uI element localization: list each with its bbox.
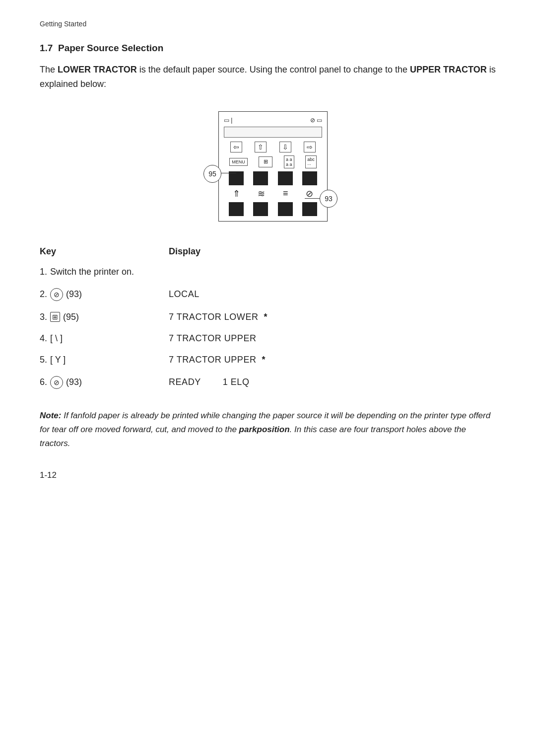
label-93-circle: 93 <box>320 190 337 208</box>
display-cell: LOCAL <box>169 289 496 300</box>
note-section: Note: If fanfold paper is already be pri… <box>40 409 496 451</box>
menu-btn: MENU <box>229 158 248 166</box>
line-95 <box>221 173 236 173</box>
key-cell: 3. ⊞ (95) <box>40 312 169 322</box>
key-display-table: Key Display 1. Switch the printer on. 2.… <box>40 246 496 389</box>
step-number: 3. <box>40 312 47 322</box>
arrow-down-btn: ⇩ <box>279 142 291 152</box>
diagram-container: 95 ▭ | ⊘ ▭ ⇦ ⇧ ⇩ ⇨ MENU ⊞ a aa a <box>40 111 496 222</box>
key-cell: 5. [ Y ] <box>40 355 169 365</box>
black-btn-4 <box>302 171 317 185</box>
display-cell: 7 TRACTOR LOWER * <box>169 312 496 322</box>
table-row: 2. ⊘ (93) LOCAL <box>40 288 496 301</box>
icon-lines: ≡ <box>283 188 288 199</box>
black-btn-7 <box>278 202 293 216</box>
arrow-right-btn: ⇨ <box>304 142 316 152</box>
panel-top-row: ▭ | ⊘ ▭ <box>224 117 322 124</box>
panel-icon-row: ⇑ ≋ ≡ ⊘ <box>224 188 322 199</box>
control-panel-box: ▭ | ⊘ ▭ ⇦ ⇧ ⇩ ⇨ MENU ⊞ a aa a abc··· <box>218 111 328 222</box>
backslash-key: [ \ ] <box>50 333 63 344</box>
aa-btn: a aa a <box>284 155 294 168</box>
black-btn-3 <box>278 171 293 185</box>
black-btn-2 <box>253 171 268 185</box>
label-95-circle: 95 <box>203 165 221 183</box>
display-col-header: Display <box>169 246 496 257</box>
abc-btn: abc··· <box>305 155 317 168</box>
table-row: 3. ⊞ (95) 7 TRACTOR LOWER * <box>40 312 496 322</box>
panel-display <box>224 127 322 138</box>
display-cell: 7 TRACTOR UPPER <box>169 333 496 344</box>
table-row: 4. [ \ ] 7 TRACTOR UPPER <box>40 333 496 344</box>
line-93 <box>305 198 320 199</box>
table-row: 6. ⊘ (93) READY 1 ELQ <box>40 376 496 389</box>
key-cell: 4. [ \ ] <box>40 333 169 344</box>
arrow-up-btn: ⇧ <box>255 142 267 152</box>
black-btn-8 <box>302 202 317 216</box>
icon-circle-slash: ⊘ <box>306 188 313 199</box>
intro-paragraph: The LOWER TRACTOR is the default paper s… <box>40 63 496 91</box>
black-btn-6 <box>253 202 268 216</box>
y-key: [ Y ] <box>50 355 66 365</box>
black-row-2 <box>224 202 322 216</box>
step-number: 5. <box>40 355 47 365</box>
circle-93-icon: ⊘ <box>50 288 63 301</box>
icon-up-arrow: ⇑ <box>233 188 240 199</box>
top-right-indicator: ⊘ ▭ <box>310 117 322 124</box>
section-title: 1.7 Paper Source Selection <box>40 43 496 54</box>
panel-menu-row: MENU ⊞ a aa a abc··· <box>224 155 322 168</box>
step-number: 4. <box>40 333 47 344</box>
key-cell: 6. ⊘ (93) <box>40 376 169 389</box>
arrow-left-btn: ⇦ <box>230 142 242 152</box>
feed-btn: ⊞ <box>259 156 272 167</box>
step-number: 6. <box>40 377 47 387</box>
top-left-indicator: ▭ | <box>224 117 232 124</box>
table-header: Key Display <box>40 246 496 257</box>
display-cell: READY 1 ELQ <box>169 377 496 387</box>
key-extra: (95) <box>63 312 79 322</box>
panel-arrow-row: ⇦ ⇧ ⇩ ⇨ <box>224 142 322 152</box>
key-cell: 2. ⊘ (93) <box>40 288 169 301</box>
step-text: Switch the printer on. <box>50 267 134 277</box>
table-row: 5. [ Y ] 7 TRACTOR UPPER * <box>40 355 496 365</box>
page-number: 1-12 <box>40 470 496 480</box>
black-btn-1 <box>229 171 244 185</box>
step-number: 1. <box>40 267 47 277</box>
key-col-header: Key <box>40 246 169 257</box>
key-cell: 1. Switch the printer on. <box>40 267 169 277</box>
black-btn-5 <box>229 202 244 216</box>
circle-93-icon-2: ⊘ <box>50 376 63 389</box>
display-cell: 7 TRACTOR UPPER * <box>169 355 496 365</box>
table-row: 1. Switch the printer on. <box>40 267 496 277</box>
icon-waves: ≋ <box>258 188 265 199</box>
feed-icon: ⊞ <box>50 312 60 322</box>
key-extra: (93) <box>66 289 82 300</box>
key-extra: (93) <box>66 377 82 387</box>
black-row-1 <box>224 171 322 185</box>
step-number: 2. <box>40 289 47 300</box>
breadcrumb: Getting Started <box>40 20 496 28</box>
